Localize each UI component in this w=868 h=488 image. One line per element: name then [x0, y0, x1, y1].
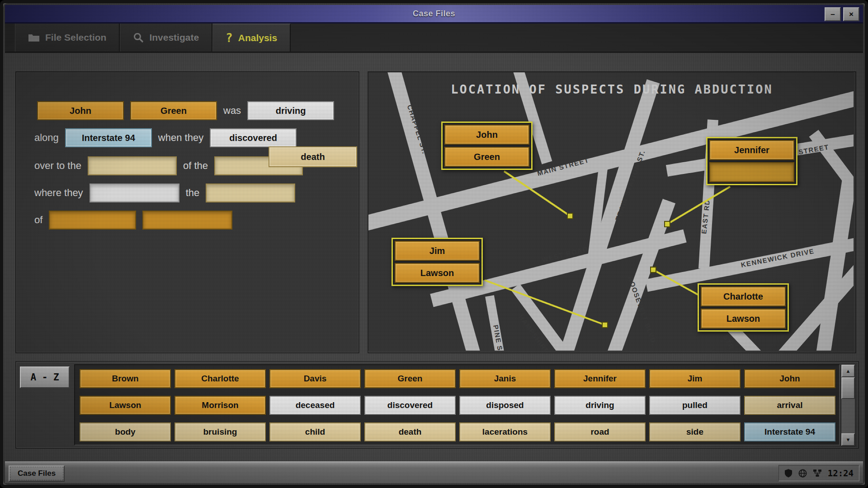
bank-tile[interactable]: side [649, 422, 741, 441]
scroll-up-button[interactable]: ▲ [841, 365, 855, 377]
minimize-button[interactable]: – [825, 7, 841, 21]
bank-tile[interactable]: arrival [744, 396, 835, 415]
scroll-thumb[interactable] [841, 377, 855, 399]
map-tag-empty-slot[interactable] [709, 162, 794, 182]
sentence-word: where they [34, 187, 83, 199]
sentence-panel: John Green was driving along Interstate … [15, 71, 359, 353]
bank-tile[interactable]: child [269, 422, 361, 441]
bank-tile[interactable]: John [744, 369, 835, 388]
bank-tile[interactable]: road [554, 422, 646, 441]
map-tag-name[interactable]: Jim [395, 241, 480, 261]
bank-tile[interactable]: lacerations [459, 422, 551, 441]
taskbar: Case Files 12:24 [5, 461, 863, 483]
scroll-down-button[interactable]: ▼ [841, 433, 855, 446]
map-tag-name[interactable]: Charlotte [701, 286, 786, 306]
bank-tile[interactable]: Davis [269, 369, 361, 388]
bank-tile[interactable]: bruising [175, 422, 266, 441]
taskbar-case-files-button[interactable]: Case Files [9, 465, 65, 482]
bank-scrollbar[interactable]: ▲ ▼ [841, 364, 855, 446]
bank-tile[interactable]: pulled [649, 396, 741, 415]
word-tile-verb1[interactable]: driving [247, 101, 334, 120]
shield-icon[interactable] [784, 469, 793, 478]
bank-tile[interactable]: Janis [459, 369, 551, 388]
tab-analysis[interactable]: ? Analysis [212, 23, 291, 52]
empty-slot-orange[interactable] [49, 211, 136, 230]
tab-label: File Selection [45, 32, 106, 43]
sentence-word: of the [183, 160, 208, 172]
map-tag-suspect-4[interactable]: Charlotte Lawson [698, 283, 789, 332]
tab-file-selection[interactable]: File Selection [15, 23, 120, 52]
bank-tile[interactable]: Interstate 94 [744, 422, 835, 441]
tab-label: Analysis [238, 33, 277, 43]
map-tag-suspect-1[interactable]: John Green [441, 122, 533, 170]
word-bank-grid: Brown Charlotte Davis Green Janis Jennif… [74, 364, 840, 446]
search-icon [133, 32, 144, 43]
map-tag-name[interactable]: Lawson [701, 309, 786, 328]
case-files-window: Case Files – × File Selection Investigat… [0, 0, 868, 488]
word-tile-last-name[interactable]: Green [130, 101, 217, 120]
folder-icon [28, 33, 40, 42]
window-title: Case Files [413, 9, 455, 19]
taskbar-clock: 12:24 [828, 468, 854, 478]
sort-az-button[interactable]: A - Z [20, 366, 70, 388]
map-title: LOCATION OF SUSPECTS DURING ABDUCTION [368, 82, 855, 96]
bank-tile[interactable]: deceased [269, 396, 361, 415]
bank-tile[interactable]: disposed [459, 396, 551, 415]
tab-strip: File Selection Investigate ? Analysis [5, 23, 863, 53]
bank-tile[interactable]: Brown [80, 369, 171, 388]
empty-slot-tan[interactable] [88, 156, 177, 175]
map-tag-name[interactable]: John [444, 125, 529, 145]
word-tile-road[interactable]: Interstate 94 [65, 128, 152, 147]
scroll-track[interactable] [841, 377, 855, 433]
network-icon[interactable] [813, 469, 822, 477]
map-tag-suspect-3[interactable]: Jim Lawson [392, 238, 483, 286]
sentence-word: when they [158, 132, 203, 144]
map-tag-name[interactable]: Green [444, 147, 529, 167]
empty-slot-orange[interactable] [142, 211, 232, 230]
bank-tile[interactable]: death [364, 422, 456, 441]
bank-tile[interactable]: Morrison [175, 396, 266, 415]
title-bar[interactable]: Case Files – × [5, 5, 863, 23]
bank-tile[interactable]: Jim [649, 369, 741, 388]
close-button[interactable]: × [843, 7, 859, 21]
bank-tile[interactable]: Green [364, 369, 456, 388]
system-tray: 12:24 [778, 465, 859, 481]
sentence-word: over to the [34, 160, 81, 172]
bank-tile[interactable]: discovered [364, 396, 456, 415]
tab-label: Investigate [149, 32, 199, 43]
bank-tile[interactable]: driving [554, 396, 646, 415]
map-tag-name[interactable]: Jennifer [709, 140, 794, 160]
word-tile-first-name[interactable]: John [37, 101, 124, 120]
sentence-word: the [186, 187, 200, 199]
map-tag-name[interactable]: Lawson [395, 263, 480, 283]
sentence-word: was [223, 105, 241, 117]
empty-slot-white[interactable] [90, 183, 179, 202]
bank-tile[interactable]: body [80, 422, 171, 441]
map-panel: LOCATION OF SUSPECTS DURING ABDUCTION [368, 71, 856, 353]
bank-tile[interactable]: Jennifer [554, 369, 646, 388]
tab-investigate[interactable]: Investigate [120, 23, 212, 52]
word-tile-loose-death[interactable]: death [269, 146, 357, 167]
sentence-word: along [34, 132, 59, 144]
sentence-word: of [34, 214, 42, 226]
empty-slot-tan[interactable] [206, 183, 295, 202]
word-tile-verb2[interactable]: discovered [210, 128, 297, 147]
bank-tile[interactable]: Charlotte [175, 369, 266, 388]
globe-icon[interactable] [798, 469, 807, 478]
word-bank: A - Z Brown Charlotte Davis Green Janis … [15, 361, 859, 449]
question-icon: ? [226, 31, 233, 45]
map-tag-suspect-2[interactable]: Jennifer [706, 137, 797, 185]
bank-tile[interactable]: Lawson [80, 396, 171, 415]
